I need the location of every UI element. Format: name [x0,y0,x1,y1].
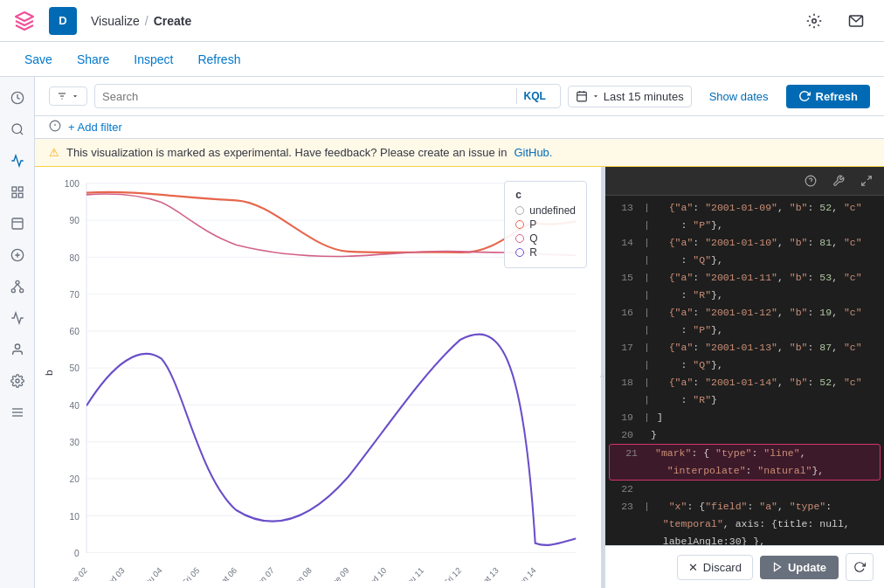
legend-dot-r [515,248,524,257]
editor-footer: ✕ Discard Update [605,545,884,588]
warning-text: This visualization is marked as experime… [66,146,507,159]
save-button[interactable]: Save [14,49,63,70]
svg-text:Fri 12: Fri 12 [442,565,463,581]
svg-point-11 [16,280,19,284]
editor-line-14b: | : "Q"}, [605,252,884,269]
svg-text:Sat 06: Sat 06 [216,565,238,581]
svg-point-0 [812,18,817,23]
time-picker-button[interactable]: Last 15 minutes [568,86,692,107]
sidebar-person-icon[interactable] [3,336,31,363]
legend-label-q: Q [529,232,537,245]
sidebar-monitoring-icon[interactable] [3,304,31,332]
chart-area: 100 90 80 70 60 50 40 30 20 10 0 b [35,167,601,588]
svg-text:Tue 02: Tue 02 [65,565,88,581]
legend-dot-q [515,234,524,243]
svg-text:Tue 09: Tue 09 [327,565,350,581]
help-icon[interactable] [800,170,821,191]
mail-icon[interactable] [842,7,870,35]
refresh-nav-button[interactable]: Refresh [187,49,251,70]
svg-marker-71 [774,564,780,571]
svg-rect-8 [18,193,23,197]
refresh-button[interactable]: Refresh [786,85,870,108]
svg-text:10: 10 [69,510,79,521]
svg-text:Fri 05: Fri 05 [180,565,201,581]
warning-icon: ⚠ [49,146,59,159]
svg-text:50: 50 [69,363,79,373]
editor-line-22: 22 [605,481,884,498]
editor-line-15: 15 | {"a": "2001-01-11", "b": 53, "c" [605,269,884,287]
editor-line-13b: | : "P"}, [605,217,884,234]
update-button[interactable]: Update [760,556,839,579]
svg-text:Jan 14: Jan 14 [515,565,538,581]
content-area: KQL Last 15 minutes Show dates Refresh +… [35,77,884,588]
second-nav: Save Share Inspect Refresh [0,42,884,77]
tools-icon[interactable] [828,170,849,191]
show-dates-button[interactable]: Show dates [699,86,779,107]
svg-point-16 [15,344,19,349]
sidebar-visualize-icon[interactable] [3,147,31,175]
filter-type-button[interactable] [49,86,87,106]
svg-text:Sat 13: Sat 13 [477,565,500,581]
sidebar-clock-icon[interactable] [3,84,31,112]
main-layout: KQL Last 15 minutes Show dates Refresh +… [0,77,884,588]
share-button[interactable]: Share [66,49,120,70]
breadcrumb-parent[interactable]: Visualize [91,14,140,28]
svg-text:40: 40 [69,399,79,410]
svg-text:Thu 04: Thu 04 [140,565,164,581]
editor-line-23b: "temporal", axis: {title: null, [605,515,884,533]
editor-line-21: 21 "mark": { "type": "line", [610,445,880,462]
sidebar-graph-icon[interactable] [3,273,31,301]
sidebar-dashboard-icon[interactable] [3,178,31,206]
highlighted-block: 21 "mark": { "type": "line", "interpolat… [609,444,881,481]
editor-line-18: 18 | {"a": "2001-01-14", "b": 52, "c" [605,374,884,391]
refresh-small-button[interactable] [846,553,874,581]
alerts-icon[interactable] [800,7,828,35]
chart-legend: c undefined P Q [504,181,587,268]
discard-label: Discard [703,561,742,574]
svg-text:80: 80 [69,252,79,262]
kql-badge[interactable]: KQL [516,88,553,104]
legend-dot-p [515,220,524,229]
editor-content[interactable]: 13 | {"a": "2001-01-09", "b": 52, "c" | … [605,196,884,545]
editor-line-17b: | : "Q"}, [605,356,884,374]
legend-item-q: Q [515,232,576,245]
svg-text:70: 70 [69,289,79,300]
svg-line-15 [17,284,22,288]
svg-text:Mon 08: Mon 08 [288,565,314,581]
expand-icon[interactable] [856,170,877,191]
svg-line-70 [862,182,866,185]
discard-button[interactable]: ✕ Discard [677,555,753,580]
breadcrumb-current: Create [154,14,192,28]
legend-title: c [515,189,576,201]
warning-banner: ⚠ This visualization is marked as experi… [35,139,884,167]
filter-icon [49,120,61,135]
sidebar-ml-icon[interactable] [3,241,31,269]
svg-text:Jan 07: Jan 07 [252,565,276,581]
search-input[interactable] [102,90,513,103]
editor-line-23c: labelAngle:30} }, [605,533,884,545]
svg-line-69 [867,176,871,180]
legend-dot-undefined [515,206,524,215]
editor-line-16b: | : "P"}, [605,322,884,339]
legend-label-undefined: undefined [529,204,576,217]
inspect-button[interactable]: Inspect [123,49,183,70]
breadcrumb: Visualize / Create [91,14,191,28]
legend-label-p: P [529,218,536,231]
svg-text:30: 30 [69,437,79,447]
legend-label-r: R [529,246,537,259]
add-filter-button[interactable]: + Add filter [68,121,122,134]
sidebar-search-icon[interactable] [3,115,31,143]
editor-panel: 13 | {"a": "2001-01-09", "b": 52, "c" | … [604,167,884,588]
legend-item-r: R [515,246,576,259]
sidebar-canvas-icon[interactable] [3,210,31,238]
refresh-label: Refresh [816,90,858,103]
editor-line-13: 13 | {"a": "2001-01-09", "b": 52, "c" [605,199,884,217]
sidebar-menu-icon[interactable] [3,398,31,426]
sidebar-settings-icon[interactable] [3,367,31,395]
svg-point-13 [19,289,23,293]
github-link[interactable]: GitHub. [514,146,552,159]
time-range-label: Last 15 minutes [604,90,684,103]
legend-item-undefined: undefined [515,204,576,217]
filter-bar: + Add filter [35,116,884,139]
svg-text:100: 100 [65,178,79,189]
